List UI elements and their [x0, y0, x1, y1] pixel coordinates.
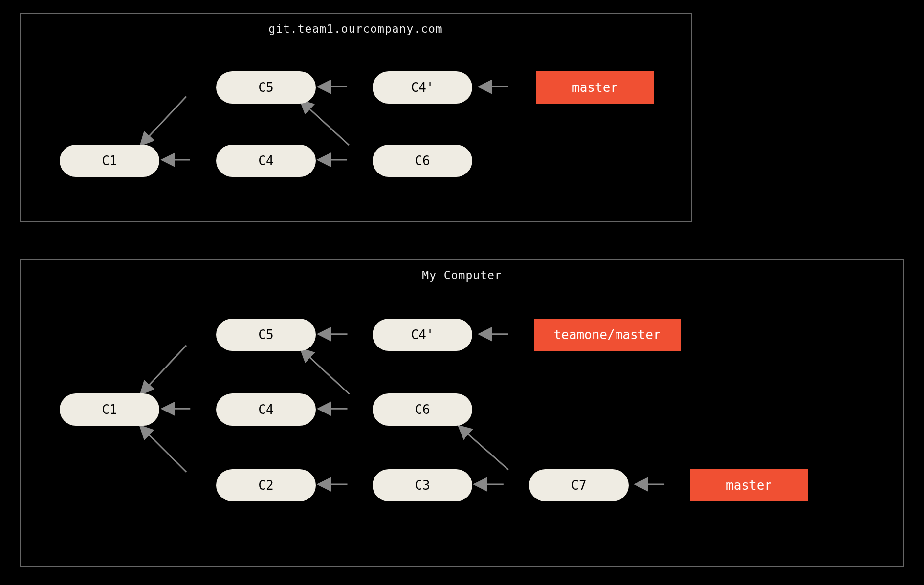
arrows-remote — [21, 14, 691, 222]
commit-local-c2: C2 — [216, 469, 316, 501]
ref-remote-master: master — [536, 71, 654, 104]
commit-remote-c4: C4 — [216, 145, 316, 177]
commit-local-c7: C7 — [529, 469, 629, 501]
svg-line-14 — [459, 426, 508, 470]
commit-remote-c1: C1 — [60, 145, 159, 177]
commit-local-c1: C1 — [60, 393, 159, 426]
commit-local-c6: C6 — [373, 393, 472, 426]
panel-remote-title: git.team1.ourcompany.com — [21, 22, 691, 35]
svg-line-0 — [140, 97, 186, 146]
panel-local: My Computer — [20, 259, 904, 567]
commit-remote-c5: C5 — [216, 71, 316, 104]
ref-local-master: master — [690, 469, 808, 501]
ref-local-teamone-master: teamone/master — [534, 319, 681, 351]
panel-local-title: My Computer — [21, 269, 903, 282]
diagram-page: git.team1.ourcompany.com C1 C5 C4 C6 C4' — [0, 0, 924, 585]
commit-remote-c4p: C4' — [373, 71, 472, 104]
commit-remote-c6: C6 — [373, 145, 472, 177]
commit-local-c4: C4 — [216, 393, 316, 426]
commit-local-c4p: C4' — [373, 319, 472, 351]
panel-remote: git.team1.ourcompany.com C1 C5 C4 C6 C4' — [20, 13, 692, 222]
svg-line-8 — [140, 426, 186, 472]
svg-line-3 — [300, 100, 349, 145]
commit-local-c5: C5 — [216, 319, 316, 351]
svg-line-10 — [301, 349, 350, 394]
commit-local-c3: C3 — [373, 469, 472, 501]
svg-line-6 — [140, 346, 186, 394]
